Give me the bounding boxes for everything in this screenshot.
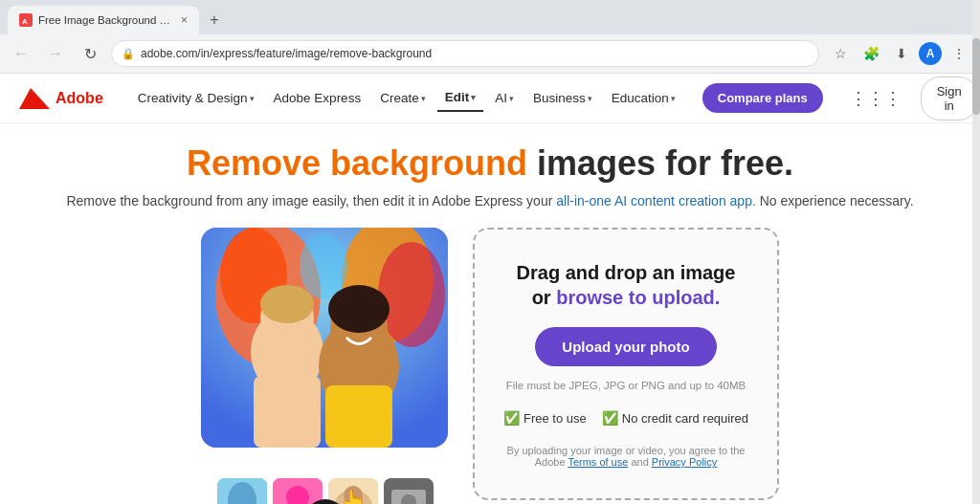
file-requirements: File must be JPEG, JPG or PNG and up to … [506, 380, 746, 391]
svg-text:A: A [22, 17, 28, 25]
checkmark-icon-2: ✅ [602, 410, 618, 426]
compare-plans-button[interactable]: Compare plans [702, 83, 823, 113]
downloads-button[interactable]: ⬇ [888, 40, 915, 67]
address-bar-row: ← → ↻ 🔒 adobe.com/in/express/feature/ima… [0, 34, 980, 73]
footer-middle: and [628, 456, 651, 468]
adobe-nav: Adobe Creativity & Design ▾ Adobe Expres… [0, 74, 980, 123]
profile-button[interactable]: A [919, 42, 942, 65]
adobe-logo-area: Adobe [19, 88, 103, 109]
chevron-down-icon: ▾ [588, 94, 592, 103]
address-bar[interactable]: 🔒 adobe.com/in/express/feature/image/rem… [111, 40, 819, 67]
tab-title: Free Image Background Remo... [38, 14, 175, 26]
svg-rect-11 [254, 376, 321, 448]
active-tab[interactable]: A Free Image Background Remo... × [8, 6, 199, 34]
svg-rect-15 [325, 385, 392, 448]
checkmark-icon-1: ✅ [503, 410, 520, 426]
thumb2-svg [273, 478, 323, 504]
preview-svg [201, 228, 448, 448]
browse-link[interactable]: browse to upload. [556, 287, 720, 308]
back-button[interactable]: ← [8, 40, 34, 67]
page-headline: Remove background images for free. [38, 142, 942, 184]
svg-point-16 [328, 285, 390, 333]
adobe-logo-svg [19, 88, 50, 109]
svg-point-8 [300, 232, 347, 299]
extensions-button[interactable]: 🧩 [858, 40, 884, 67]
thumbnail-4[interactable] [384, 478, 434, 504]
svg-point-17 [348, 325, 356, 331]
upload-photo-button[interactable]: Upload your photo [535, 327, 716, 366]
no-credit-card-label: No credit card required [622, 411, 748, 426]
chevron-down-icon: ▾ [671, 94, 676, 103]
thumbnail-3[interactable]: 👆 [328, 478, 378, 504]
subheadline-after: No experience necessary. [756, 193, 914, 208]
thumbnail-1[interactable] [217, 478, 267, 504]
svg-point-7 [378, 242, 445, 347]
free-to-use-check: ✅ Free to use [503, 410, 587, 426]
upload-dropzone[interactable]: Drag and drop an image or browse to uplo… [473, 228, 779, 500]
drag-drop-line1: Drag and drop an image [517, 260, 736, 285]
upload-footer: By uploading your image or video, you ag… [498, 445, 754, 468]
chevron-down-icon: ▾ [509, 94, 514, 103]
browser-chrome: A Free Image Background Remo... × + ← → … [0, 0, 980, 74]
reload-button[interactable]: ↻ [77, 40, 103, 67]
free-to-use-label: Free to use [523, 411, 587, 426]
main-preview-image [201, 228, 448, 448]
nav-edit[interactable]: Edit ▾ [437, 84, 484, 112]
terms-of-use-link[interactable]: Terms of use [568, 456, 628, 468]
svg-point-12 [260, 285, 314, 323]
thumb3-svg [328, 478, 378, 504]
headline-rest: images for free. [527, 143, 793, 183]
drag-drop-line2: or browse to upload. [517, 285, 736, 310]
subheadline-before: Remove the background from any image eas… [66, 193, 556, 208]
drag-drop-or: or [532, 287, 557, 308]
nav-adobe-express[interactable]: Adobe Express [266, 85, 369, 111]
no-credit-card-check: ✅ No credit card required [602, 410, 748, 426]
url-display: adobe.com/in/express/feature/image/remov… [141, 47, 809, 60]
feature-checkmarks: ✅ Free to use ✅ No credit card required [503, 410, 748, 426]
content-area: 👆 Drag and drop an image [38, 228, 942, 504]
chevron-down-icon: ▾ [421, 94, 426, 103]
scrollbar[interactable] [972, 0, 980, 504]
nav-menu: Creativity & Design ▾ Adobe Express Crea… [130, 84, 683, 112]
nav-ai[interactable]: AI ▾ [487, 85, 522, 111]
nav-education[interactable]: Education ▾ [604, 85, 683, 111]
thumbnail-2[interactable] [273, 478, 323, 504]
grid-icon[interactable]: ⋮⋮⋮ [850, 88, 902, 109]
lock-icon: 🔒 [122, 48, 135, 60]
menu-button[interactable]: ⋮ [946, 40, 972, 67]
drag-drop-text: Drag and drop an image or browse to uplo… [517, 260, 736, 310]
nav-business[interactable]: Business ▾ [525, 85, 600, 111]
page-subheadline: Remove the background from any image eas… [38, 193, 942, 208]
thumb4-svg [384, 478, 434, 504]
headline-colored-text: Remove background [187, 143, 527, 183]
chevron-down-icon: ▾ [471, 93, 476, 102]
tab-favicon: A [19, 13, 33, 27]
new-tab-button[interactable]: + [203, 9, 226, 32]
main-content: Remove background images for free. Remov… [0, 123, 980, 504]
toolbar-right: ☆ 🧩 ⬇ A ⋮ [827, 40, 972, 67]
bookmark-button[interactable]: ☆ [827, 40, 854, 67]
chevron-down-icon: ▾ [250, 94, 255, 103]
nav-creativity-design[interactable]: Creativity & Design ▾ [130, 85, 262, 111]
image-preview-area: 👆 [201, 228, 450, 504]
adobe-wordmark: Adobe [56, 90, 103, 107]
tab-bar: A Free Image Background Remo... × + [0, 0, 980, 34]
subheadline-link[interactable]: all-in-one AI content creation app. [556, 193, 756, 208]
tab-close-button[interactable]: × [181, 13, 188, 27]
scrollbar-thumb[interactable] [972, 38, 980, 115]
nav-create[interactable]: Create ▾ [372, 85, 434, 111]
forward-button[interactable]: → [42, 40, 69, 67]
privacy-policy-link[interactable]: Privacy Policy [652, 456, 717, 468]
thumb1-svg [217, 478, 267, 504]
svg-point-18 [362, 325, 369, 331]
sign-in-button[interactable]: Sign in [921, 77, 978, 121]
